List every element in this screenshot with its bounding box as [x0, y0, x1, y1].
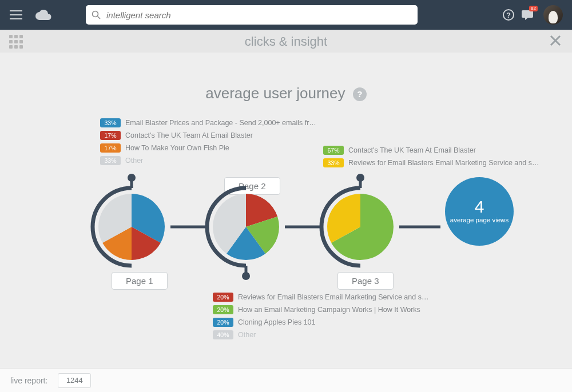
search-box[interactable] [86, 5, 418, 25]
topbar: ? 82 [0, 0, 572, 30]
legend-item[interactable]: 20%How an Email Marketing Campaign Works… [213, 305, 432, 314]
footer: live report: [0, 368, 572, 392]
help-icon[interactable]: ? [502, 9, 515, 21]
section-title: average user journey ? [0, 85, 572, 102]
subheader-title: clicks & insight [245, 34, 327, 49]
legend-percent-badge: 20% [213, 305, 233, 314]
main-panel: average user journey ? 33%Email Blaster … [0, 53, 572, 368]
journey-chart: 4 average page views [74, 138, 515, 287]
notification-icon[interactable]: 82 [522, 9, 534, 21]
legend-item[interactable]: 20%Reviews for Email Blasters Email Mark… [213, 293, 432, 302]
svg-point-9 [242, 272, 250, 280]
legend-label: Email Blaster Prices and Package - Send … [125, 119, 320, 127]
live-report-label: live report: [10, 376, 47, 385]
notification-badge: 82 [529, 6, 538, 11]
svg-point-7 [128, 174, 136, 182]
search-icon [92, 10, 101, 19]
legend-percent-badge: 20% [213, 318, 233, 327]
apps-grid-icon[interactable] [9, 35, 23, 49]
svg-point-11 [356, 174, 364, 182]
legend-label: Cloning Apples Pies 101 [238, 318, 316, 326]
avatar[interactable] [543, 5, 563, 25]
legend-percent-badge: 33% [100, 118, 121, 127]
search-input[interactable] [105, 10, 412, 21]
svg-text:?: ? [506, 11, 511, 19]
section-help-icon[interactable]: ? [353, 87, 367, 101]
legend-label: Reviews for Email Blasters Email Marketi… [238, 293, 432, 301]
legend-item[interactable]: 40%Other [213, 330, 432, 339]
legend-item[interactable]: 20%Cloning Apples Pies 101 [213, 318, 432, 327]
legend-percent-badge: 40% [213, 330, 233, 339]
live-report-input[interactable] [58, 373, 91, 388]
close-icon[interactable] [549, 34, 562, 49]
legend-item[interactable]: 33%Email Blaster Prices and Package - Se… [100, 118, 320, 127]
menu-icon[interactable] [9, 10, 23, 19]
average-page-views-circle: 4 average page views [445, 177, 514, 246]
legend-page-2: 20%Reviews for Email Blasters Email Mark… [213, 293, 432, 339]
legend-percent-badge: 20% [213, 293, 233, 302]
legend-label: How an Email Marketing Campaign Works | … [238, 306, 420, 314]
subheader: clicks & insight [0, 30, 572, 53]
legend-label: Other [238, 331, 256, 339]
cloud-icon[interactable] [35, 10, 51, 20]
svg-point-0 [93, 11, 98, 17]
